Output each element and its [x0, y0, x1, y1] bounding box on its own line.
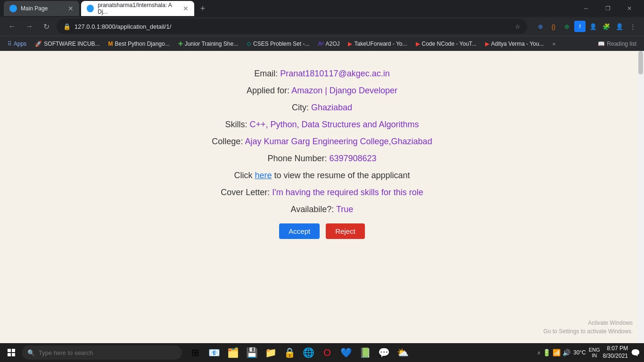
bookmark-python-django[interactable]: M Best Python Django...: [105, 39, 173, 49]
taskbar-right: ∧ 🔋 📶 🔊 30°C ENG IN 8:07 PM 8/30/2021 🗨️: [537, 345, 640, 360]
taskbar-search[interactable]: 🔍: [22, 346, 182, 360]
language-display: ENG IN: [589, 347, 600, 358]
taskbar-app10[interactable]: 📗: [356, 344, 373, 361]
ext-icon-6[interactable]: 🧩: [601, 21, 612, 32]
tab-main-page[interactable]: 🌐 Main Page ✕: [4, 1, 79, 16]
tab-favicon-1: 🌐: [9, 5, 17, 12]
skills-value: C++, Python, Data Structures and Algorit…: [249, 120, 419, 129]
bookmark-icon-8: ▶: [416, 41, 420, 47]
taskbar-file-explorer[interactable]: 🗂️: [224, 344, 241, 361]
applied-value: Amazon | Django Developer: [291, 86, 397, 95]
bookmark-junior-training[interactable]: ✚ Junior Training She...: [174, 39, 242, 49]
ext-icon-4[interactable]: f: [574, 21, 586, 32]
close-button[interactable]: ✕: [619, 0, 640, 17]
taskbar-mail[interactable]: 📧: [206, 344, 223, 361]
city-line: City: Ghaziabad: [110, 99, 534, 116]
tab-close-2[interactable]: ✕: [183, 5, 189, 12]
bookmark-icon-7: ▶: [348, 41, 352, 47]
reject-button[interactable]: Reject: [326, 223, 365, 239]
scrollbar-track[interactable]: [637, 51, 644, 343]
taskbar-opera[interactable]: O: [319, 344, 336, 361]
ext-icon-2[interactable]: {}: [548, 21, 559, 32]
bookmark-aditya-verma[interactable]: ▶ Aditya Verma - You...: [481, 39, 548, 49]
bookmarks-bar: ⠿ Apps 🚀 SOFTWARE INCUB... M Best Python…: [0, 36, 644, 51]
reload-button[interactable]: ↻: [40, 20, 53, 33]
mail-icon: 📧: [208, 347, 220, 358]
file-explorer-icon: 🗂️: [227, 347, 239, 358]
bookmark-label-3: Best Python Django...: [115, 41, 170, 47]
start-button[interactable]: [4, 345, 19, 360]
accept-button[interactable]: Accept: [279, 223, 320, 239]
temperature-display: 30°C: [573, 349, 586, 356]
city-value: Ghaziabad: [311, 103, 352, 112]
bookmark-icon-9: ▶: [485, 41, 489, 47]
tray-arrow-icon[interactable]: ∧: [537, 350, 541, 356]
new-tab-button[interactable]: +: [196, 2, 209, 15]
bookmark-a2oj[interactable]: A² A2OJ: [314, 39, 343, 49]
notification-icon[interactable]: 🗨️: [631, 348, 640, 357]
taskbar-store[interactable]: 💾: [243, 344, 260, 361]
forward-button[interactable]: →: [23, 20, 36, 33]
bookmark-codencode[interactable]: ▶ Code NCode - YouT...: [412, 39, 480, 49]
resume-line: Click here to view the resume of the app…: [110, 167, 534, 184]
ext-icon-5[interactable]: 👤: [587, 21, 599, 32]
tray-wifi-icon[interactable]: 📶: [553, 349, 561, 356]
taskbar-apps: ⊞ 📧 🗂️ 💾 📁 🔒 🌐 O 💙 📗 💬 ⛅: [187, 344, 411, 361]
taskbar-whatsapp[interactable]: 💬: [375, 344, 392, 361]
taskbar-weather[interactable]: ⛅: [394, 344, 411, 361]
phone-value: 6397908623: [329, 154, 376, 163]
back-button[interactable]: ←: [6, 20, 19, 33]
search-icon: 🔍: [27, 349, 35, 356]
bookmark-takeforward[interactable]: ▶ TakeUForward - Yo...: [344, 39, 411, 49]
bookmark-label-8: Code NCode - YouT...: [422, 41, 477, 47]
taskbar-explorer2[interactable]: 📁: [262, 344, 279, 361]
bookmark-star-icon[interactable]: ☆: [515, 23, 520, 30]
resume-suffix: to view the resume of the appplicant: [274, 171, 410, 180]
bookmarks-more-button[interactable]: »: [550, 39, 559, 49]
system-tray-icons: ∧ 🔋 📶 🔊: [537, 349, 570, 356]
opera-icon: O: [323, 347, 331, 358]
maximize-button[interactable]: ❐: [597, 0, 619, 17]
chrome-menu-button[interactable]: ⋮: [627, 21, 638, 32]
bookmark-label-5: CSES Problem Set -...: [253, 41, 309, 47]
taskbar: 🔍 ⊞ 📧 🗂️ 💾 📁 🔒 🌐 O 💙 📗 💬 ⛅ ∧ 🔋 📶 🔊 30°C …: [0, 343, 644, 362]
cover-label: Cover Letter:: [221, 188, 270, 197]
whatsapp-icon: 💬: [378, 347, 390, 358]
weather-icon: ⛅: [397, 347, 409, 358]
clock-display[interactable]: 8:07 PM 8/30/2021: [603, 345, 628, 360]
minimize-button[interactable]: ─: [575, 0, 597, 17]
skills-label: Skills:: [225, 120, 247, 129]
tray-sound-icon[interactable]: 🔊: [562, 349, 570, 356]
tab-internshala[interactable]: 🌐 pranatsharma1/Internshala: A Dj... ✕: [81, 1, 194, 16]
bookmark-apps[interactable]: ⠿ Apps: [4, 39, 30, 49]
scrollbar-thumb[interactable]: [638, 51, 643, 74]
reading-list-button[interactable]: 📖 Reading list: [594, 39, 640, 49]
activate-line1: Activate Windows: [544, 319, 633, 327]
taskbar-app6[interactable]: 🔒: [281, 344, 298, 361]
available-value: True: [336, 205, 353, 214]
taskbar-chrome[interactable]: 🌐: [300, 344, 317, 361]
action-buttons: Accept Reject: [110, 222, 534, 241]
bookmark-icon-3: M: [108, 41, 113, 47]
windows-logo-icon: [8, 349, 15, 356]
cover-letter-line: Cover Letter: I'm having the required sk…: [110, 184, 534, 201]
ext-icon-7[interactable]: 👤: [614, 21, 625, 32]
taskbar-vscode[interactable]: 💙: [338, 344, 355, 361]
cover-value: I'm having the required skills for this …: [272, 188, 423, 197]
window-controls: ─ ❐ ✕: [575, 0, 640, 17]
tab-close-1[interactable]: ✕: [68, 5, 74, 12]
extension-icons: ⊕ {} ⊕ f 👤 🧩 👤 ⋮: [535, 21, 638, 32]
ext-icon-3[interactable]: ⊕: [561, 21, 572, 32]
tray-battery-icon[interactable]: 🔋: [543, 349, 551, 356]
url-text: 127.0.0.1:8000/application_detail/1/: [74, 23, 171, 30]
ext-icon-1[interactable]: ⊕: [535, 21, 546, 32]
search-input[interactable]: [39, 349, 176, 356]
resume-link[interactable]: here: [255, 171, 272, 180]
bookmark-label-9: Aditya Verma - You...: [491, 41, 544, 47]
bookmark-software-incub[interactable]: 🚀 SOFTWARE INCUB...: [31, 39, 103, 49]
folder-icon: 📁: [265, 347, 277, 358]
url-bar[interactable]: 🔒 127.0.0.1:8000/application_detail/1/ ☆: [57, 19, 527, 34]
vscode-icon: 💙: [340, 347, 352, 358]
taskbar-task-view[interactable]: ⊞: [187, 344, 204, 361]
bookmark-cses[interactable]: ⊙ CSES Problem Set -...: [243, 39, 313, 49]
